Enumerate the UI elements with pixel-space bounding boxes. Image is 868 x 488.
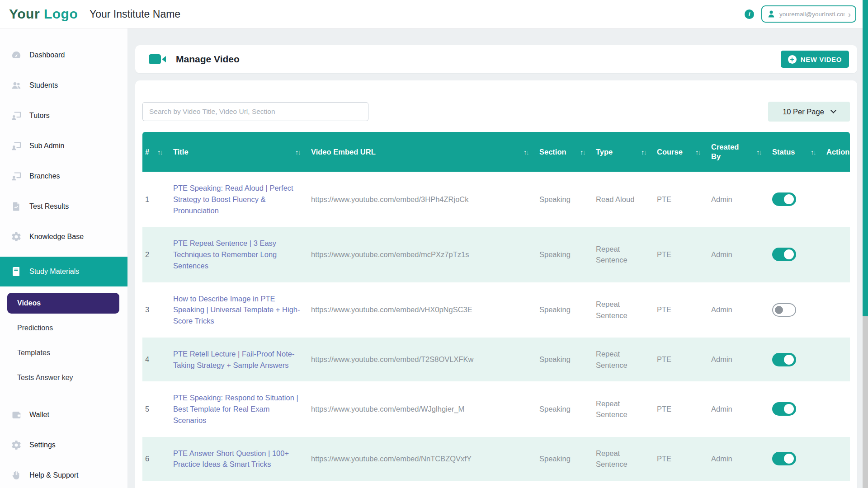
vertical-scrollbar-thumb[interactable] [863,0,868,316]
sort-arrows-icon[interactable]: ↑↓ [695,148,701,156]
type-cell: Read Aloud [592,172,653,227]
per-page-select[interactable]: 10 Per Page [768,102,850,122]
status-toggle[interactable] [772,192,796,206]
table-row: 5PTE Speaking: Respond to Situation | Be… [142,381,850,436]
status-cell [769,282,823,338]
created-by-cell: Admin [708,227,769,282]
video-title-link[interactable]: PTE Retell Lecture | Fail-Proof Note-Tak… [170,338,307,382]
sort-arrows-icon[interactable]: ↑↓ [580,148,586,156]
sidebar-item-test-results[interactable]: Test Results [0,196,127,216]
column-header-type[interactable]: Type↑↓ [592,132,653,172]
sidebar-item-wallet[interactable]: Wallet [0,404,127,425]
sidebar-item-help-support[interactable]: Help & Support [0,465,127,485]
video-camera-icon [149,54,166,64]
column-label: # [145,147,149,157]
search-input[interactable] [142,102,368,121]
status-toggle[interactable] [772,303,796,317]
row-number: 2 [142,227,170,282]
action-cell [823,282,850,338]
sort-arrows-icon[interactable]: ↑↓ [811,148,816,156]
table-row: 1PTE Speaking: Read Aloud | Perfect Stra… [142,172,850,227]
column-header-[interactable]: #↑↓ [142,132,170,172]
sidebar-subitem-predictions[interactable]: Predictions [0,318,127,338]
status-cell [769,437,823,481]
course-cell: PTE [653,381,708,436]
created-by-cell: Admin [708,338,769,382]
type-cell: Repeat Sentence [592,437,653,481]
video-title-link[interactable]: PTE Repeat Sentence | 3 Easy Techniques … [170,227,307,282]
table-header-row: #↑↓Title↑↓Video Embed URL↑↓Section↑↓Type… [142,132,850,172]
sidebar-item-tutors[interactable]: Tutors [0,105,127,126]
status-cell [769,172,823,227]
row-number: 1 [142,172,170,227]
sort-arrows-icon[interactable]: ↑↓ [157,148,163,156]
sidebar-item-branches[interactable]: Branches [0,166,127,186]
sidebar-item-label: Settings [29,441,56,449]
new-video-button[interactable]: + NEW VIDEO [781,51,849,68]
sidebar-subitem-tests-answer-key[interactable]: Tests Answer key [0,367,127,388]
action-cell [823,381,850,436]
dashboard-icon [11,50,22,61]
status-toggle[interactable] [772,248,796,261]
column-header-course[interactable]: Course↑↓ [653,132,708,172]
gear-icon [11,440,22,450]
vertical-scrollbar-track[interactable] [863,0,868,488]
sort-arrows-icon[interactable]: ↑↓ [756,148,762,156]
sort-arrows-icon[interactable]: ↑↓ [524,148,529,156]
video-title-link[interactable]: PTE Speaking: Read Aloud | Perfect Strat… [170,172,307,227]
status-toggle[interactable] [772,452,796,465]
sort-arrows-icon[interactable]: ↑↓ [641,148,647,156]
course-cell: PTE [653,282,708,338]
video-table-card: 10 Per Page #↑↓Title↑↓Video Embed URL↑↓S… [135,80,857,488]
new-video-label: NEW VIDEO [801,56,842,63]
table-row: 2PTE Repeat Sentence | 3 Easy Techniques… [142,227,850,282]
page-title: Manage Video [176,54,240,65]
chevron-down-icon [830,108,836,113]
sidebar-item-label: Sub Admin [29,142,64,150]
chevron-right-icon: › [848,10,851,19]
sidebar-item-study-materials[interactable]: Study Materials [0,257,127,286]
row-number: 3 [142,282,170,338]
sidebar-item-dashboard[interactable]: Dashboard [0,45,127,65]
info-icon[interactable]: i [745,9,754,19]
table-row: 3How to Describe Image in PTE Speaking |… [142,282,850,338]
column-header-created-by[interactable]: Created By↑↓ [708,132,769,172]
column-header-section[interactable]: Section↑↓ [536,132,592,172]
column-header-status[interactable]: Status↑↓ [769,132,823,172]
column-header-video-embed-url[interactable]: Video Embed URL↑↓ [307,132,536,172]
sidebar-subitem-videos[interactable]: Videos [7,293,119,314]
sidebar-item-knowledge-base[interactable]: Knowledge Base [0,226,127,247]
video-url: https://www.youtube.com/embed/vHX0pNgSC3… [307,282,536,338]
status-cell [769,227,823,282]
column-label: Course [657,147,683,157]
column-label: Type [596,147,613,157]
logo-part-1: Your [9,6,44,21]
gear-icon [11,231,22,242]
account-email: youremail@yourInsti.com [779,11,844,18]
row-number: 5 [142,381,170,436]
sidebar-item-settings[interactable]: Settings [0,435,127,455]
sidebar-item-label: Templates [17,349,50,357]
status-cell [769,338,823,382]
book-icon [11,266,22,277]
created-by-cell: Admin [708,282,769,338]
status-toggle[interactable] [772,353,796,366]
sidebar-item-students[interactable]: Students [0,75,127,95]
account-menu[interactable]: youremail@yourInsti.com › [761,5,856,23]
video-title-link[interactable]: PTE Answer Short Question | 100+ Practic… [170,437,307,481]
sidebar-item-label: Videos [17,299,41,307]
video-title-link[interactable]: PTE Speaking: Respond to Situation | Bes… [170,381,307,436]
column-label: Created By [711,142,744,161]
type-cell: Repeat Sentence [592,381,653,436]
sidebar-item-label: Branches [29,172,60,180]
app-logo[interactable]: Your Logo [9,6,90,22]
tutor-board-icon [11,171,22,182]
sort-arrows-icon[interactable]: ↑↓ [295,148,301,156]
status-toggle[interactable] [772,402,796,416]
sidebar-item-sub-admin[interactable]: Sub Admin [0,136,127,156]
column-header-title[interactable]: Title↑↓ [170,132,307,172]
tutor-board-icon [11,141,22,151]
video-title-link[interactable]: How to Describe Image in PTE Speaking | … [170,282,307,338]
sidebar-subitem-templates[interactable]: Templates [0,343,127,363]
created-by-cell: Admin [708,437,769,481]
